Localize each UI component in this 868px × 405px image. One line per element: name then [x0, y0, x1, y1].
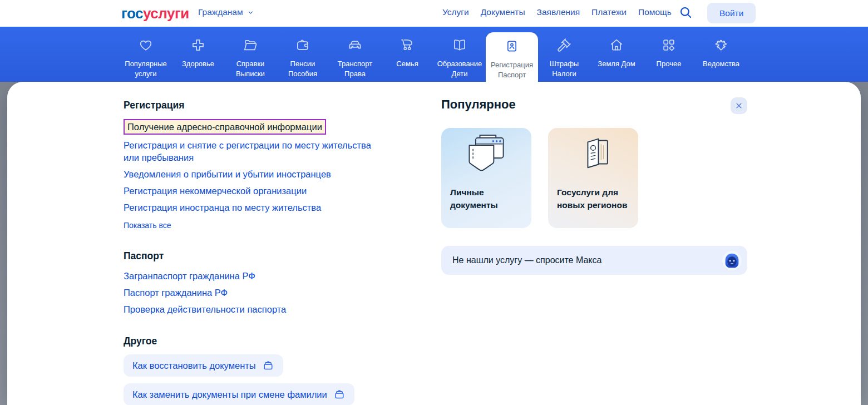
audience-selector[interactable]: Гражданам: [198, 7, 254, 17]
heart-icon: [139, 38, 153, 52]
category-tab[interactable]: Семья: [381, 27, 433, 82]
menu-section-title: Другое: [124, 334, 381, 348]
mega-menu-panel: РегистрацияПолучение адресно-справочной …: [7, 82, 861, 405]
category-tab-label: Штрафы Налоги: [539, 59, 589, 78]
category-tab-label: Пенсии Пособия: [278, 59, 328, 78]
category-tab[interactable]: Справки Выписки: [224, 27, 277, 82]
robot-max-icon: [722, 250, 742, 271]
category-bar: Популярные услугиЗдоровьеСправки Выписки…: [0, 27, 868, 82]
gosuslugi-mega-menu-page: госуслуги Гражданам УслугиДокументыЗаявл…: [0, 0, 868, 405]
service-link[interactable]: Паспорт гражданина РФ: [124, 288, 228, 298]
popular-card-label: Госуслуги для новых регионов: [557, 186, 630, 211]
category-tab[interactable]: Пенсии Пособия: [277, 27, 329, 82]
top-nav-link[interactable]: Заявления: [537, 7, 580, 17]
service-link[interactable]: Уведомления о прибытии и убытии иностран…: [124, 169, 331, 179]
category-tab[interactable]: Популярные услуги: [120, 27, 172, 82]
assistant-text: Не нашли услугу — спросите Макса: [452, 255, 722, 265]
wallet-icon: [295, 38, 310, 52]
category-tab-label: Популярные услуги: [121, 59, 171, 78]
service-link[interactable]: Загранпаспорт гражданина РФ: [124, 271, 255, 281]
medical-cross-icon: [191, 38, 205, 52]
top-nav-link[interactable]: Помощь: [638, 7, 672, 17]
menu-section-title: Паспорт: [124, 249, 381, 263]
assistant-bar[interactable]: Не нашли услугу — спросите Макса: [441, 246, 747, 275]
service-link[interactable]: Регистрация иностранца по месту жительст…: [124, 202, 321, 213]
category-tab[interactable]: Штрафы Налоги: [538, 27, 590, 82]
popular-card[interactable]: Личные документы: [441, 128, 531, 228]
popular-cards: Личные документыГосуслуги для новых реги…: [441, 128, 747, 228]
top-header: госуслуги Гражданам УслугиДокументыЗаявл…: [0, 0, 868, 27]
house-icon: [609, 38, 624, 52]
category-tab-label: Справки Выписки: [225, 59, 275, 78]
chip-row: Как заменить документы при смене фамилии: [124, 383, 381, 405]
login-button[interactable]: Войти: [707, 3, 756, 23]
briefcase-icon: [333, 388, 346, 401]
close-menu-button[interactable]: [731, 97, 747, 114]
category-tab-label: Образование Дети: [435, 59, 485, 78]
service-chip[interactable]: Как заменить документы при смене фамилии: [124, 383, 354, 405]
category-tab[interactable]: Земля Дом: [590, 27, 643, 82]
gosuslugi-logo[interactable]: госуслуги: [121, 5, 189, 22]
category-tab-label: Транспорт Права: [330, 59, 380, 78]
category-tab[interactable]: Ведомства: [695, 27, 747, 82]
gavel-icon: [557, 38, 571, 52]
top-nav-link[interactable]: Документы: [481, 7, 525, 17]
personal-documents-illustration: [441, 135, 531, 182]
chevron-down-icon: [247, 9, 254, 16]
category-tab[interactable]: Транспорт Права: [329, 27, 381, 82]
service-link[interactable]: Регистрация и снятие с регистрации по ме…: [124, 140, 371, 162]
service-chip-label: Как восстановить документы: [132, 360, 256, 371]
category-tab-label: Регистрация Паспорт: [487, 60, 537, 80]
car-icon: [348, 38, 362, 52]
open-book-icon: [452, 38, 467, 52]
eagle-icon: [714, 38, 728, 52]
link-row: Регистрация и снятие с регистрации по ме…: [124, 139, 381, 164]
popular-header: Популярное: [441, 97, 747, 114]
menu-section-title: Регистрация: [124, 98, 381, 112]
popular-card-label: Личные документы: [450, 186, 524, 211]
chip-row: Как восстановить документы: [124, 354, 381, 377]
category-tab-label: Ведомства: [696, 59, 746, 69]
logo-part-red: услуги: [143, 5, 189, 22]
service-link-highlighted[interactable]: Получение адресно-справочной информации: [124, 119, 326, 135]
close-icon: [734, 101, 744, 111]
link-row: Паспорт гражданина РФ: [124, 287, 381, 299]
link-row: Регистрация иностранца по месту жительст…: [124, 201, 381, 214]
link-row: Уведомления о прибытии и убытии иностран…: [124, 168, 381, 180]
logo-part-blue: гос: [121, 5, 143, 22]
service-chip-label: Как заменить документы при смене фамилии: [132, 389, 327, 400]
show-all-link[interactable]: Показать все: [124, 221, 171, 230]
service-link[interactable]: Проверка действительности паспорта: [124, 304, 286, 314]
grid-squares-icon: [662, 38, 676, 52]
top-nav-link[interactable]: Услуги: [442, 7, 469, 17]
briefcase-icon: [262, 359, 274, 372]
service-link[interactable]: Регистрация некоммерческой организации: [124, 186, 307, 196]
link-row: Загранпаспорт гражданина РФ: [124, 270, 381, 282]
category-tab-label: Семья: [382, 59, 432, 69]
folder-open-icon: [243, 38, 258, 52]
top-nav-link[interactable]: Платежи: [591, 7, 627, 17]
link-row: Регистрация некоммерческой организации: [124, 185, 381, 197]
category-tab[interactable]: Прочее: [643, 27, 695, 82]
stroller-icon: [400, 38, 415, 52]
category-tab-label: Прочее: [644, 59, 694, 69]
category-tab-label: Здоровье: [173, 59, 223, 69]
popular-title: Популярное: [441, 97, 516, 112]
category-tab[interactable]: Здоровье: [172, 27, 224, 82]
popular-card[interactable]: Госуслуги для новых регионов: [548, 128, 638, 228]
id-card-icon: [505, 39, 519, 53]
search-button[interactable]: [678, 5, 693, 21]
category-tab[interactable]: Регистрация Паспорт: [486, 32, 538, 82]
passport-booklet-illustration: [548, 135, 638, 182]
popular-column: Популярное Личные документыГосуслуги для…: [441, 82, 747, 275]
top-navigation: УслугиДокументыЗаявленияПлатежиПомощь: [442, 7, 672, 17]
category-tab-label: Земля Дом: [591, 59, 642, 69]
category-items: Популярные услугиЗдоровьеСправки Выписки…: [120, 27, 747, 82]
link-row: Проверка действительности паспорта: [124, 303, 381, 315]
link-row: Получение адресно-справочной информации: [124, 119, 381, 135]
category-tab[interactable]: Образование Дети: [433, 27, 486, 82]
audience-label: Гражданам: [198, 7, 243, 17]
service-chip[interactable]: Как восстановить документы: [124, 354, 283, 377]
services-menu: РегистрацияПолучение адресно-справочной …: [124, 82, 381, 405]
